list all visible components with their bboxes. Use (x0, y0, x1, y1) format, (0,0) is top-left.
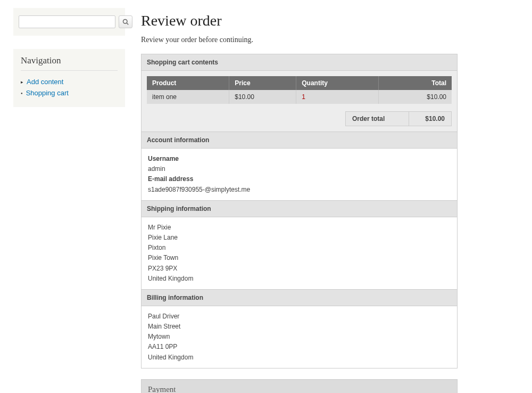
search-icon (122, 19, 129, 25)
order-total-label: Order total (345, 111, 409, 126)
shipping-line: Pixie Town (148, 253, 451, 263)
shipping-line: Mr Pixie (148, 223, 451, 233)
svg-line-1 (127, 23, 128, 24)
email-label: E-mail address (148, 174, 451, 184)
col-header-price: Price (229, 76, 296, 90)
nav-item-add-content[interactable]: ▸ Add content (21, 76, 118, 87)
nav-link-shopping-cart[interactable]: Shopping cart (26, 89, 69, 97)
nav-link-add-content[interactable]: Add content (27, 78, 63, 86)
cart-section-header: Shopping cart contents (142, 54, 457, 71)
cell-price: $10.00 (229, 90, 296, 104)
bullet-icon: ● (21, 92, 23, 95)
col-header-quantity: Quantity (296, 76, 379, 90)
cart-section: Shopping cart contents Product Price Qua… (141, 54, 458, 132)
search-button[interactable] (119, 15, 132, 28)
payment-section: Payment PayPal™ Example payment PayPal™ (141, 379, 458, 393)
svg-point-0 (123, 20, 128, 24)
username-label: Username (148, 154, 451, 164)
col-header-product: Product (147, 76, 229, 90)
billing-address: Paul Driver Main Street Mytown AA11 0PP … (142, 306, 457, 368)
billing-line: Paul Driver (148, 312, 451, 322)
order-total-row: Order total $10.00 (147, 111, 452, 126)
shipping-section-header: Shipping information (142, 201, 457, 217)
account-section-header: Account information (142, 132, 457, 149)
navigation-block: Navigation ▸ Add content ● Shopping cart (13, 49, 125, 107)
billing-line: Main Street (148, 322, 451, 332)
username-value: admin (148, 164, 451, 174)
billing-line: United Kingdom (148, 353, 451, 363)
billing-line: AA11 0PP (148, 342, 451, 352)
nav-item-shopping-cart[interactable]: ● Shopping cart (21, 87, 118, 99)
billing-line: Mytown (148, 332, 451, 342)
account-section: Account information Username admin E-mai… (141, 132, 458, 201)
cart-table: Product Price Quantity Total item one $1… (147, 76, 452, 104)
shipping-line: Pixie Lane (148, 233, 451, 243)
payment-section-header: Payment (142, 380, 457, 393)
page-subtitle: Review your order before continuing. (141, 36, 458, 44)
search-input[interactable] (19, 15, 115, 28)
shipping-line: United Kingdom (148, 274, 451, 284)
page-title: Review order (141, 12, 458, 29)
billing-section: Billing information Paul Driver Main Str… (141, 289, 458, 369)
cell-product: item one (147, 90, 229, 104)
shipping-section: Shipping information Mr Pixie Pixie Lane… (141, 200, 458, 290)
cell-total: $10.00 (378, 90, 452, 104)
cell-quantity: 1 (296, 90, 379, 104)
billing-section-header: Billing information (142, 290, 457, 306)
shipping-line: PX23 9PX (148, 264, 451, 274)
order-total-value: $10.00 (409, 111, 452, 126)
col-header-total: Total (378, 76, 452, 90)
shipping-address: Mr Pixie Pixie Lane Pixton Pixie Town PX… (142, 217, 457, 289)
navigation-list: ▸ Add content ● Shopping cart (21, 76, 118, 99)
email-value: s1ade9087f930955-@simplytest.me (148, 185, 451, 195)
table-row: item one $10.00 1 $10.00 (147, 90, 452, 104)
triangle-icon: ▸ (21, 79, 23, 85)
search-block (13, 8, 125, 36)
shipping-line: Pixton (148, 243, 451, 253)
navigation-title: Navigation (21, 55, 118, 71)
